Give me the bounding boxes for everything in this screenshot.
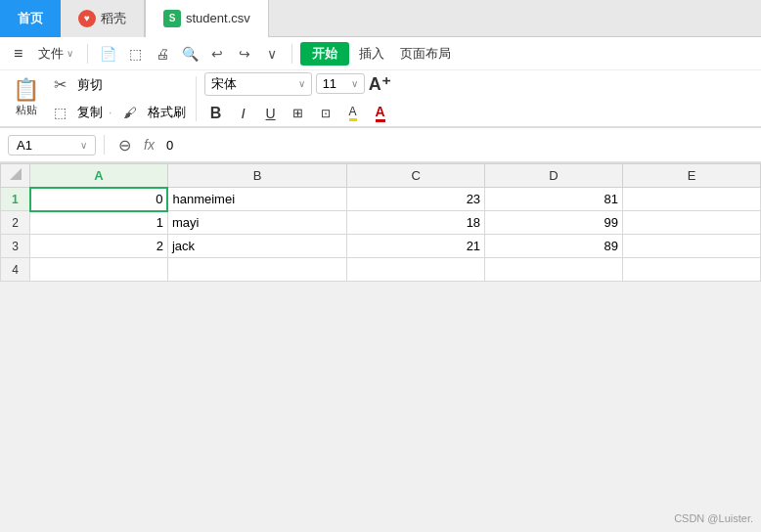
cell-b2[interactable]: mayi bbox=[167, 211, 346, 235]
ribbon: 📋 粘贴 ✂ 剪切 ⬚ 复制 · 🖌 格式刷 bbox=[0, 70, 761, 127]
italic-button[interactable]: I bbox=[232, 102, 255, 125]
font-grow-button[interactable]: A⁺ bbox=[369, 73, 391, 95]
merge-button[interactable]: ⊡ bbox=[314, 102, 337, 125]
copy-file-button[interactable]: ⬚ bbox=[123, 42, 147, 66]
font-color-button[interactable]: A bbox=[369, 102, 392, 125]
tab-csv[interactable]: S student.csv bbox=[145, 0, 269, 37]
highlight-button[interactable]: A bbox=[341, 102, 365, 125]
cell-e2[interactable] bbox=[623, 211, 761, 235]
row-number-2: 2 bbox=[1, 211, 30, 235]
cell-a3[interactable]: 2 bbox=[30, 235, 168, 258]
cell-d4[interactable] bbox=[485, 258, 623, 282]
formula-bar: A1 ∨ ⊖ fx bbox=[0, 128, 761, 163]
cell-reference-box[interactable]: A1 ∨ bbox=[8, 135, 96, 155]
paste-area: 📋 粘贴 bbox=[8, 76, 44, 120]
cell-a2[interactable]: 1 bbox=[30, 211, 168, 235]
find-button[interactable]: 🔍 bbox=[178, 42, 201, 66]
tab-bar: 首页 ♥ 稻壳 S student.csv bbox=[0, 0, 761, 37]
wps-icon: ♥ bbox=[78, 10, 96, 27]
format-painter-icon: 🖌 bbox=[118, 101, 142, 124]
redo-button[interactable]: ↪ bbox=[233, 42, 256, 66]
tab-home[interactable]: 首页 bbox=[0, 0, 61, 37]
font-group: 宋体 ∨ 11 ∨ A⁺ B I U ⊞ ⊡ bbox=[204, 76, 402, 121]
cell-d1[interactable]: 81 bbox=[485, 188, 623, 211]
cell-c4[interactable] bbox=[347, 258, 485, 282]
paste-button[interactable]: 📋 粘贴 bbox=[8, 76, 44, 120]
cell-d2[interactable]: 99 bbox=[485, 211, 623, 235]
tab-home-label: 首页 bbox=[18, 10, 43, 27]
column-header-e[interactable]: E bbox=[623, 164, 761, 188]
cell-c3[interactable]: 21 bbox=[347, 235, 485, 258]
paste-icon: 📋 bbox=[13, 79, 39, 101]
cell-ref-chevron-icon: ∨ bbox=[80, 140, 87, 151]
file-menu[interactable]: 文件 ∨ bbox=[32, 43, 79, 65]
zoom-out-formula-button[interactable]: ⊖ bbox=[112, 133, 136, 156]
insert-menu[interactable]: 插入 bbox=[353, 43, 390, 65]
copy-icon: ⬚ bbox=[48, 101, 71, 124]
font-name-selector[interactable]: 宋体 ∨ bbox=[204, 72, 312, 96]
menu-separator-2 bbox=[291, 44, 292, 64]
svg-marker-0 bbox=[10, 168, 22, 180]
print-button[interactable]: 🖨 bbox=[151, 42, 174, 66]
start-button[interactable]: 开始 bbox=[300, 42, 349, 66]
column-header-d[interactable]: D bbox=[485, 164, 623, 188]
row-number-1: 1 bbox=[1, 188, 30, 211]
cell-c1[interactable]: 23 bbox=[347, 188, 485, 211]
tab-wps[interactable]: ♥ 稻壳 bbox=[61, 0, 145, 37]
file-label: 文件 bbox=[38, 45, 64, 63]
clipboard-group: 📋 粘贴 ✂ 剪切 ⬚ 复制 · 🖌 格式刷 bbox=[8, 76, 197, 121]
new-file-button[interactable]: 📄 bbox=[96, 42, 119, 66]
cell-b4[interactable] bbox=[167, 258, 346, 282]
formula-input[interactable] bbox=[162, 136, 753, 155]
cell-c2[interactable]: 18 bbox=[347, 211, 485, 235]
cut-copy-row: ✂ 剪切 bbox=[48, 73, 186, 97]
table-row: 2 1 mayi 18 99 bbox=[1, 211, 761, 235]
column-header-a[interactable]: A bbox=[30, 164, 168, 188]
column-header-row: A B C D E bbox=[1, 164, 761, 188]
cut-label[interactable]: 剪切 bbox=[77, 76, 103, 94]
border-button[interactable]: ⊞ bbox=[287, 102, 310, 125]
cell-ref-value: A1 bbox=[17, 138, 32, 153]
spreadsheet-table: A B C D E 1 0 hanmeimei 23 81 2 1 mayi bbox=[0, 163, 761, 282]
column-header-c[interactable]: C bbox=[347, 164, 485, 188]
spreadsheet-container: A B C D E 1 0 hanmeimei 23 81 2 1 mayi bbox=[0, 163, 761, 282]
table-row: 1 0 hanmeimei 23 81 bbox=[1, 188, 761, 211]
toolbar-container: ≡ 文件 ∨ 📄 ⬚ 🖨 🔍 ↩ ↪ ∨ 开始 插入 页面布局 📋 bbox=[0, 37, 761, 128]
underline-button[interactable]: U bbox=[259, 102, 283, 125]
table-row: 3 2 jack 21 89 bbox=[1, 235, 761, 258]
table-body: 1 0 hanmeimei 23 81 2 1 mayi 18 99 3 2 j… bbox=[1, 188, 761, 282]
paste-label: 粘贴 bbox=[16, 103, 37, 117]
cut-icon: ✂ bbox=[48, 73, 71, 97]
font-name-chevron-icon: ∨ bbox=[298, 78, 305, 89]
cell-a1[interactable]: 0 bbox=[30, 188, 168, 211]
csv-icon: S bbox=[163, 10, 181, 27]
bold-button[interactable]: B bbox=[204, 102, 228, 125]
more-button[interactable]: ∨ bbox=[260, 42, 284, 66]
pagelayout-menu[interactable]: 页面布局 bbox=[394, 43, 457, 65]
copy-label[interactable]: 复制 bbox=[77, 104, 103, 121]
fx-label: fx bbox=[144, 137, 155, 153]
column-header-b[interactable]: B bbox=[167, 164, 346, 188]
cell-a4[interactable] bbox=[30, 258, 168, 282]
cell-e3[interactable] bbox=[623, 235, 761, 258]
select-all-icon[interactable] bbox=[10, 168, 22, 180]
menu-bar: ≡ 文件 ∨ 📄 ⬚ 🖨 🔍 ↩ ↪ ∨ 开始 插入 页面布局 bbox=[0, 37, 761, 70]
font-size-chevron-icon: ∨ bbox=[351, 78, 358, 89]
cell-b1[interactable]: hanmeimei bbox=[167, 188, 346, 211]
format-label[interactable]: 格式刷 bbox=[148, 104, 186, 121]
format-row: B I U ⊞ ⊡ A bbox=[204, 102, 392, 125]
cell-e1[interactable] bbox=[623, 188, 761, 211]
font-size-selector[interactable]: 11 ∨ bbox=[316, 73, 365, 94]
hamburger-icon: ≡ bbox=[14, 45, 22, 63]
file-chevron-icon: ∨ bbox=[67, 48, 73, 59]
tab-wps-label: 稻壳 bbox=[101, 10, 126, 27]
tab-csv-label: student.csv bbox=[186, 11, 250, 25]
cell-b3[interactable]: jack bbox=[167, 235, 346, 258]
formula-separator bbox=[104, 135, 105, 155]
hamburger-menu[interactable]: ≡ bbox=[8, 43, 28, 65]
cell-e4[interactable] bbox=[623, 258, 761, 282]
copy-format-row: ⬚ 复制 · 🖌 格式刷 bbox=[48, 101, 186, 124]
undo-button[interactable]: ↩ bbox=[205, 42, 229, 66]
row-number-3: 3 bbox=[1, 235, 30, 258]
cell-d3[interactable]: 89 bbox=[485, 235, 623, 258]
